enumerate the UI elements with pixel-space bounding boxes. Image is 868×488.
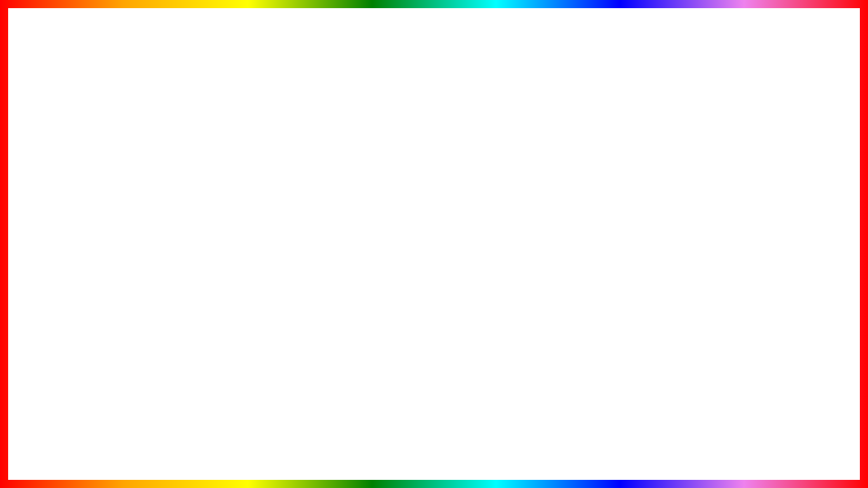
auto-spawn-toggle[interactable] — [294, 190, 315, 201]
right-brand: ZAMEX HUB — [546, 157, 590, 165]
tab-main-left[interactable]: Main — [143, 168, 170, 183]
remove-effect-row: Remove Effect — [146, 247, 315, 262]
santa-hat-button[interactable]: Santa Hat — [546, 227, 715, 246]
tab-combat-left[interactable]: Combat — [170, 168, 208, 183]
right-titlebar: ZAMEX HUB | Blox Fruits — [540, 154, 721, 168]
title-container: BLOX FRUITS — [0, 10, 868, 104]
tab-teleport-left[interactable]: Teleport — [235, 168, 272, 183]
bottom-text-container: UPDATE XMAS SCRIPT PASTEBIN — [0, 429, 868, 474]
auto-spawn-row: Auto Set Spawn Points — [146, 188, 315, 203]
left-content: Auto Set Spawn Points Fast Attack e Scre… — [140, 184, 321, 327]
tab-du-left[interactable]: Du — [273, 168, 293, 183]
dropdown-arrow: ▼ — [307, 265, 315, 274]
remove-effect-label: Remove Effect — [146, 251, 195, 259]
balloon-pink — [366, 217, 390, 247]
500-fragment-button[interactable]: 500 Fragment — [546, 349, 715, 368]
farm-level-row: Farm Level — [146, 308, 315, 323]
left-game: Blox Fruits — [199, 157, 234, 165]
auto-rejoin-toggle[interactable] — [294, 235, 315, 245]
refresh-weapon-button[interactable]: Refresh Weapon — [146, 279, 315, 296]
reroll-race-button[interactable]: Reroll Race — [546, 308, 715, 327]
logo-ox-text: OX — [775, 384, 834, 422]
weapon-select-row: Select Weapon : Death Step ▼ — [146, 262, 315, 277]
auto-rejoin-row: Auto Rejoin — [146, 232, 315, 247]
right-separator: | — [593, 157, 595, 165]
fast-attack-row: Fast Attack — [146, 203, 315, 218]
weapon-select-label: Select Weapon : Death Step — [146, 266, 240, 274]
sleigh-button[interactable]: Sleigh — [546, 247, 715, 266]
remove-effect-toggle[interactable] — [294, 249, 315, 260]
skull-icon: 💀 — [791, 353, 814, 375]
blox-fruits-logo: 💀 OX FRUITS — [775, 337, 834, 441]
ice-cube-item: 🧊 — [105, 319, 166, 380]
work-mobile-badge: WORK MOBILE — [661, 168, 745, 219]
left-gui-panel: ZAMEX HUB | Blox Fruits Main Combat Stat… — [139, 152, 322, 328]
tab-combat-right[interactable]: Combat — [570, 168, 608, 183]
main-divider: Main — [146, 298, 315, 308]
pole-right — [773, 68, 814, 373]
update-xmas-label: UPDATE XMAS — [160, 430, 443, 474]
left-brand: ZAMEX HUB — [146, 157, 190, 165]
farm-level-toggle[interactable] — [294, 310, 315, 321]
left-tabs: Main Combat Stats Teleport Du — [140, 168, 321, 184]
title-blox: BLOX — [172, 10, 393, 104]
script-pastebin-label: SCRIPT PASTEBIN — [454, 440, 708, 472]
mobile-badge-label: MOBILE — [661, 195, 745, 219]
logo-fruits-text: FRUITS — [775, 422, 834, 441]
work-label: WORK — [661, 168, 745, 195]
right-game: Blox Fruits — [599, 157, 634, 165]
timer-display: 0:30:14 — [339, 298, 386, 314]
auto-rejoin-label: Auto Rejoin — [146, 236, 184, 244]
screen-row: e Screen — [146, 218, 315, 232]
tab-main-right[interactable]: Main — [543, 168, 570, 183]
banner-top — [0, 108, 868, 129]
title-fruits: FRUITS — [410, 10, 695, 104]
screen-label: e Screen — [146, 221, 176, 229]
screen-toggle[interactable] — [294, 220, 315, 230]
auto-spawn-label: Auto Set Spawn Points — [146, 191, 222, 199]
fast-attack-toggle[interactable] — [294, 205, 315, 216]
fast-attack-label: Fast Attack — [146, 206, 182, 214]
200-fragment-button[interactable]: 200 Fragment — [546, 329, 715, 348]
left-titlebar: ZAMEX HUB | Blox Fruits — [140, 154, 321, 168]
tab-stats-right[interactable]: Stats — [607, 168, 635, 183]
logo-icon-circle: 💀 — [775, 337, 829, 391]
reset-stats-button[interactable]: Reset Stats — [546, 288, 715, 307]
exp-15-button[interactable]: Exp 15 mins — [546, 268, 715, 287]
balloon-blue — [495, 237, 519, 268]
tab-stats-left[interactable]: Stats — [207, 168, 235, 183]
left-separator: | — [193, 157, 195, 165]
